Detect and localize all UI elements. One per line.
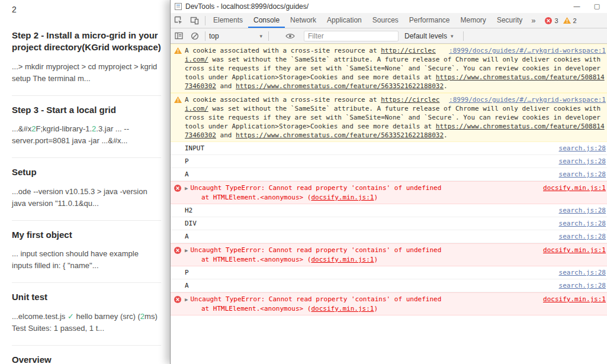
source-location-link[interactable]: search.js:28 [559, 219, 606, 228]
console-log-message: search.js:28A [171, 168, 607, 181]
message-text: and [216, 82, 236, 90]
source-location-link[interactable]: docsify.min.js:1 [311, 194, 374, 201]
log-text: A [185, 282, 189, 289]
console-prompt[interactable]: > [171, 315, 607, 320]
log-text: H2 [185, 207, 192, 214]
search-result[interactable]: Step 3 - Start a local grid...&#x2F;kgri… [12, 96, 161, 159]
result-heading: Setup [12, 166, 161, 178]
search-results-panel: 2 Step 2 - Install a micro-grid in your … [0, 0, 170, 364]
tab-sources[interactable]: Sources [367, 13, 404, 28]
tab-console[interactable]: Console [248, 13, 285, 28]
chevron-down-icon: ▾ [259, 33, 262, 39]
search-result[interactable]: Setup...ode --version v10.15.3 > java -v… [12, 158, 161, 221]
result-snippet: ...ode --version v10.15.3 > java -versio… [12, 186, 161, 210]
tab-application[interactable]: Application [322, 13, 367, 28]
console-warning-message: :8999/docs/guides/#/…rykgrid-workspace:1… [171, 93, 607, 142]
error-icon [174, 247, 181, 256]
source-location-link[interactable]: search.js:28 [559, 206, 606, 215]
source-location-link[interactable]: docsify.min.js:1 [543, 295, 606, 304]
result-snippet: ... input section should have example in… [12, 248, 161, 272]
log-text: P [185, 157, 189, 165]
devtools-titlebar: DevTools - localhost:8999/docs/guides/ —… [171, 0, 607, 13]
warning-count-badge[interactable]: 2 [563, 17, 577, 24]
chevron-down-icon: ▾ [451, 33, 454, 39]
device-toolbar-icon[interactable] [187, 13, 203, 28]
source-location-link[interactable]: docsify.min.js:1 [543, 246, 606, 255]
eye-icon[interactable] [282, 33, 298, 40]
message-text: and [216, 131, 236, 139]
snippet-text: ... input section should have example in… [12, 249, 139, 270]
stack-text: at HTMLElement.<anonymous> ( [201, 305, 311, 313]
source-location-link[interactable]: search.js:28 [559, 281, 606, 290]
console-log-message: search.js:28H2 [171, 204, 607, 217]
warning-icon [563, 17, 571, 24]
snippet-text: F;kgrid-library-1. [36, 124, 92, 133]
expand-arrow-icon[interactable]: ▶ [185, 297, 188, 302]
search-highlight: 2 [140, 312, 144, 321]
stack-text: at HTMLElement.<anonymous> ( [201, 256, 311, 263]
result-heading: Step 3 - Start a local grid [12, 104, 161, 116]
source-location-link[interactable]: search.js:28 [559, 170, 606, 179]
source-location-link[interactable]: docsify.min.js:1 [543, 183, 606, 192]
prompt-chevron-icon: > [175, 318, 179, 320]
stack-frame: at HTMLElement.<anonymous> (docsify.min.… [185, 304, 606, 313]
log-text: DIV [185, 220, 197, 227]
error-line: docsify.min.js:1▶Uncaught TypeError: Can… [185, 295, 606, 304]
clear-console-icon[interactable] [187, 32, 203, 40]
more-tabs-chevron[interactable]: » [528, 13, 539, 28]
warning-icon [174, 96, 182, 105]
console-warning-message: :8999/docs/guides/#/…rykgrid-workspace:1… [171, 44, 607, 93]
url-link[interactable]: https://www.chromestatus.com/feature/563… [236, 82, 444, 90]
search-result[interactable]: Unit test...elcome.test.js ✓ hello barne… [12, 283, 161, 346]
result-heading: Unit test [12, 291, 161, 303]
snippet-text: hello barney (src) ( [74, 312, 140, 321]
source-location-link[interactable]: :8999/docs/guides/#/…rykgrid-workspace:1 [449, 95, 606, 104]
source-location-link[interactable]: docsify.min.js:1 [311, 305, 374, 313]
console-sidebar-icon[interactable] [171, 32, 187, 40]
search-result[interactable]: Step 2 - Install a micro-grid in your pr… [12, 21, 161, 96]
maximize-button[interactable]: ▢ [587, 0, 607, 13]
snippet-text: ...elcome.test.js [12, 312, 68, 321]
tab-security[interactable]: Security [492, 13, 528, 28]
context-selector[interactable]: top ▾ [209, 32, 266, 40]
stack-text: ) [374, 194, 378, 201]
tab-network[interactable]: Network [285, 13, 322, 28]
url-link[interactable]: https://www.chromestatus.com/feature/563… [236, 131, 444, 139]
console-error-message: docsify.min.js:1▶Uncaught TypeError: Can… [171, 181, 607, 204]
tab-performance[interactable]: Performance [404, 13, 455, 28]
source-location-link[interactable]: search.js:28 [559, 157, 606, 166]
inspect-icon[interactable] [171, 13, 187, 28]
result-heading: Step 2 - Install a micro-grid in your pr… [12, 30, 161, 54]
error-line: docsify.min.js:1▶Uncaught TypeError: Can… [185, 183, 606, 193]
tab-elements[interactable]: Elements [208, 13, 248, 28]
divider [205, 16, 205, 25]
source-location-link[interactable]: search.js:28 [559, 268, 606, 277]
error-count-badge[interactable]: 3 [545, 17, 558, 24]
snippet-text: ...ode --version v10.15.3 > java -versio… [12, 187, 147, 208]
source-location-link[interactable]: :8999/docs/guides/#/…rykgrid-workspace:1 [449, 46, 606, 55]
console-log-message: search.js:28A [171, 230, 607, 243]
console-error-message: docsify.min.js:1▶Uncaught TypeError: Can… [171, 292, 607, 315]
source-location-link[interactable]: search.js:28 [559, 232, 606, 241]
expand-arrow-icon[interactable]: ▶ [185, 247, 188, 253]
stack-text: ) [374, 256, 378, 263]
expand-arrow-icon[interactable]: ▶ [185, 185, 188, 191]
tab-memory[interactable]: Memory [455, 13, 492, 28]
message-text: . [444, 82, 448, 90]
result-heading: My first object [12, 229, 161, 241]
divider [268, 31, 269, 41]
minimize-button[interactable]: — [567, 0, 587, 13]
stack-frame: at HTMLElement.<anonymous> (docsify.min.… [185, 193, 606, 202]
source-location-link[interactable]: docsify.min.js:1 [311, 256, 374, 263]
source-location-link[interactable]: search.js:28 [559, 144, 606, 153]
search-result[interactable]: My first object... input section should … [12, 221, 161, 284]
search-result[interactable]: Overview...Java](https:&... [12, 346, 161, 364]
devtools-window: DevTools - localhost:8999/docs/guides/ —… [170, 0, 607, 364]
message-text: . [444, 131, 448, 139]
divider [205, 31, 205, 41]
filter-input[interactable] [304, 31, 399, 41]
log-levels-selector[interactable]: Default levels ▾ [404, 32, 457, 40]
status-badges: 3 2 [540, 13, 580, 28]
warning-icon [174, 47, 182, 56]
console-toolbar: top ▾ Default levels ▾ [171, 28, 607, 44]
